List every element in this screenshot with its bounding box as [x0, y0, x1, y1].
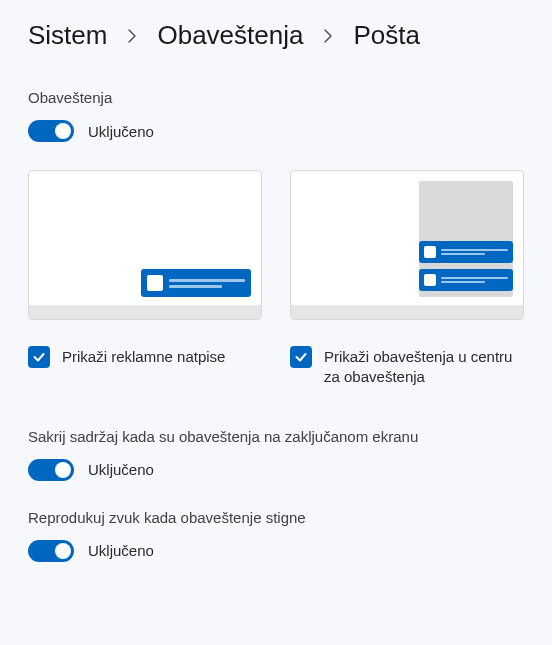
- notifications-toggle[interactable]: [28, 120, 74, 142]
- play-sound-toggle[interactable]: [28, 540, 74, 562]
- show-banners-label: Prikaži reklamne natpise: [62, 346, 225, 367]
- show-action-center-label: Prikaži obaveštenja u centru za obavešte…: [324, 346, 524, 388]
- check-icon: [32, 350, 46, 364]
- taskbar-icon: [291, 305, 523, 319]
- hide-content-label: Sakrij sadržaj kada su obaveštenja na za…: [28, 428, 524, 445]
- breadcrumb-mail: Pošta: [353, 20, 420, 51]
- chevron-right-icon: [323, 28, 333, 44]
- check-icon: [294, 350, 308, 364]
- play-sound-label: Reprodukuj zvuk kada obaveštenje stigne: [28, 509, 524, 526]
- hide-content-state: Uključeno: [88, 461, 154, 478]
- breadcrumb-system[interactable]: Sistem: [28, 20, 107, 51]
- show-banners-checkbox[interactable]: [28, 346, 50, 368]
- banner-toast-icon: [141, 269, 251, 297]
- action-center-items-icon: [419, 241, 513, 297]
- preview-banners[interactable]: [28, 170, 262, 320]
- taskbar-icon: [29, 305, 261, 319]
- chevron-right-icon: [127, 28, 137, 44]
- notifications-label: Obaveštenja: [28, 89, 524, 106]
- play-sound-state: Uključeno: [88, 542, 154, 559]
- notifications-state: Uključeno: [88, 123, 154, 140]
- breadcrumb-notifications[interactable]: Obaveštenja: [157, 20, 303, 51]
- show-action-center-checkbox[interactable]: [290, 346, 312, 368]
- hide-content-toggle[interactable]: [28, 459, 74, 481]
- preview-action-center[interactable]: [290, 170, 524, 320]
- breadcrumb: Sistem Obaveštenja Pošta: [28, 20, 524, 51]
